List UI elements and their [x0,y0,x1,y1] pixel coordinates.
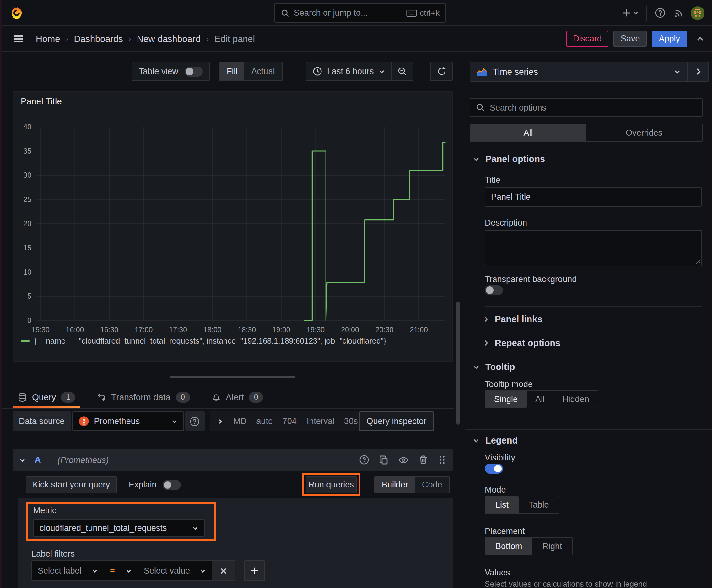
tab-query[interactable]: Query 1 [11,386,82,408]
help-icon[interactable] [650,3,669,22]
tooltip-section[interactable]: Tooltip [473,362,515,372]
refresh-button[interactable] [430,62,453,81]
breadcrumb-dashboards[interactable]: Dashboards [74,34,123,44]
mode-label: Mode [485,485,506,495]
fill-option[interactable]: Fill [220,62,244,80]
chevron-right-icon [217,418,223,424]
viz-picker[interactable]: Time series [470,62,688,82]
viz-picker-value: Time series [493,67,538,77]
code-option[interactable]: Code [415,477,449,492]
add-button[interactable] [617,3,642,22]
prometheus-icon [79,416,89,426]
window-edge [0,0,2,588]
scrollbar-thumb[interactable] [456,301,459,425]
chevron-down-icon[interactable] [19,456,26,463]
query-inspector-button[interactable]: Query inspector [359,412,434,431]
transparent-switch[interactable] [485,285,503,295]
query-builder-panel: Metric cloudflared_tunnel_total_requests… [18,498,453,588]
panel-options-section[interactable]: Panel options [473,154,545,164]
tooltip-mode-label: Tooltip mode [485,379,533,389]
svg-text:20:00: 20:00 [341,326,359,334]
collapse-icon[interactable] [696,34,705,43]
global-search[interactable]: Search or jump to... ctrl+k [274,3,446,23]
zoom-out-button[interactable] [392,62,413,80]
options-search[interactable]: Search options [470,98,703,117]
panel-title[interactable]: Panel Title [21,96,62,106]
repeat-options-section[interactable]: Repeat options [483,338,560,348]
builder-option[interactable]: Builder [375,477,415,492]
metric-label: Metric [33,506,57,515]
metric-value: cloudflared_tunnel_total_requests [40,523,167,533]
database-icon [18,392,27,402]
panel-links-section[interactable]: Panel links [483,314,542,324]
table-view-toggle[interactable]: Table view [132,62,210,81]
query-row-header[interactable]: A (Prometheus) [13,448,453,471]
visibility-switch[interactable] [485,464,503,474]
tooltip-all[interactable]: All [526,391,554,408]
visibility-label: Visibility [485,453,515,462]
news-icon[interactable] [669,3,688,22]
tab-query-count: 1 [61,392,75,402]
datasource-picker[interactable]: Prometheus [72,412,184,431]
trash-icon[interactable] [418,455,428,465]
save-button[interactable]: Save [614,30,647,47]
run-queries-button[interactable]: Run queries [306,476,357,493]
time-series-chart[interactable]: 051015202530354015:3016:0016:3017:0017:3… [13,92,453,362]
help-icon[interactable] [359,455,369,465]
tab-transform-count: 0 [175,392,190,402]
select-value-dropdown[interactable]: Select value [138,560,212,581]
mode-list[interactable]: List [486,496,519,513]
tooltip-title: Tooltip [486,362,515,372]
svg-text:17:00: 17:00 [135,326,153,334]
tab-alert-label: Alert [226,392,244,402]
tab-overrides[interactable]: Overrides [586,124,702,141]
chevron-right-icon [694,68,702,76]
operator-dropdown[interactable]: = [104,560,138,581]
tooltip-single[interactable]: Single [486,391,526,408]
help-icon [190,416,200,426]
options-tabs: All Overrides [470,124,703,142]
time-range-picker[interactable]: Last 6 hours [306,62,391,80]
tab-transform[interactable]: Transform data 0 [90,386,196,408]
avatar[interactable] [688,3,707,22]
query-options[interactable]: MD = auto = 704 Interval = 30s [210,412,365,431]
menu-icon[interactable] [13,33,24,44]
resize-handle[interactable] [170,376,295,378]
breadcrumb-new-dashboard[interactable]: New dashboard [137,34,201,44]
drag-handle-icon[interactable] [438,455,447,465]
editor-tabs: Query 1 Transform data 0 Alert 0 [0,386,454,409]
datasource-help-button[interactable] [185,412,205,431]
select-label-value: Select label [38,566,82,575]
apply-button[interactable]: Apply [652,30,687,47]
legend-section[interactable]: Legend [473,435,518,445]
actual-option[interactable]: Actual [244,62,282,80]
breadcrumb-home[interactable]: Home [36,34,60,44]
kick-start-button[interactable]: Kick start your query [26,476,117,493]
explain-switch[interactable] [163,480,181,490]
placement-bottom[interactable]: Bottom [486,538,533,555]
title-input[interactable]: Panel Title [485,187,702,207]
select-label-dropdown[interactable]: Select label [31,560,104,581]
description-input[interactable] [485,230,702,266]
tab-all[interactable]: All [470,124,586,141]
label-filters-label: Label filters [31,549,75,559]
tab-alert[interactable]: Alert 0 [205,386,270,408]
svg-text:18:00: 18:00 [203,326,222,334]
eye-icon[interactable] [398,455,409,465]
add-filter-button[interactable] [244,560,265,581]
description-label: Description [485,218,527,227]
search-icon [476,103,485,112]
duplicate-icon[interactable] [379,455,389,465]
remove-filter-button[interactable] [212,560,235,581]
chevron-down-icon [171,418,178,424]
table-view-switch[interactable] [185,66,203,76]
discard-button[interactable]: Discard [566,30,609,47]
tooltip-hidden[interactable]: Hidden [554,391,598,408]
close-icon [220,567,227,574]
metric-select[interactable]: cloudflared_tunnel_total_requests [33,519,205,537]
mode-table[interactable]: Table [519,496,559,513]
grafana-logo[interactable] [9,6,24,20]
viz-expand-button[interactable] [688,62,709,82]
legend-series-label[interactable]: {__name__="cloudflared_tunnel_total_requ… [35,337,386,345]
placement-right[interactable]: Right [533,538,572,555]
